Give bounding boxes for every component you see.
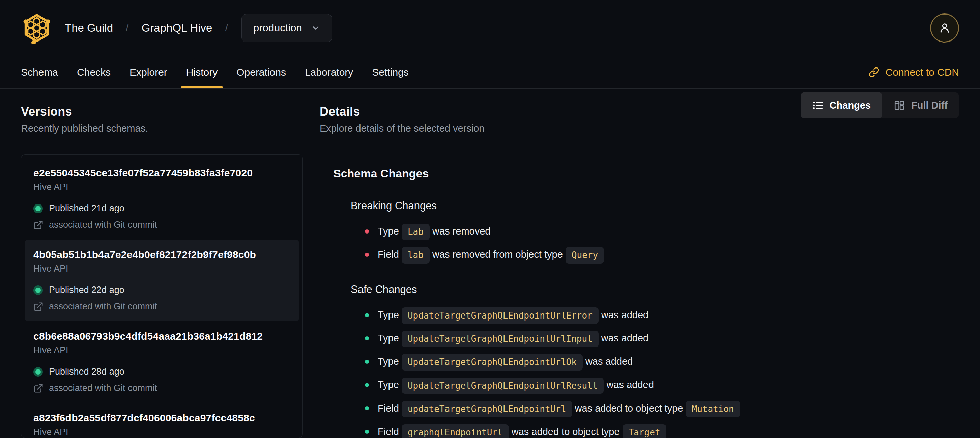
schema-changes-title: Schema Changes [333, 167, 959, 180]
version-service: Hive API [33, 427, 290, 437]
change-text: Type UpdateTargetGraphQLEndpointUrlResul… [378, 376, 654, 394]
code-chip: updateTargetGraphQLEndpointUrl [402, 401, 572, 417]
safe-changes-title: Safe Changes [351, 284, 959, 296]
versions-title: Versions [21, 105, 303, 119]
version-card[interactable]: c8b6e88a06793b9c4dfd54aaa21b36a1b421d812… [25, 321, 299, 403]
link-icon [869, 67, 880, 78]
version-hash: c8b6e88a06793b9c4dfd54aaa21b36a1b421d812 [33, 331, 290, 342]
code-chip: UpdateTargetGraphQLEndpointUrlOk [402, 354, 583, 371]
version-service: Hive API [33, 182, 290, 192]
breadcrumb: The Guild / GraphQL Hive / production [65, 14, 332, 42]
details-title-block: Details Explore details of the selected … [320, 89, 484, 134]
version-hash: 4b05ab51b1b4a7e2e4b0ef82172f2b9f7ef98c0b [33, 249, 290, 261]
change-row: Field lab was removed from object type Q… [365, 245, 959, 264]
change-text: Type Lab was removed [378, 222, 490, 241]
published-label: Published 28d ago [49, 366, 124, 377]
change-text: Type UpdateTargetGraphQLEndpointUrlOk wa… [378, 352, 633, 371]
main-content: Versions Recently published schemas. e2e… [0, 89, 980, 438]
external-link-icon [33, 302, 43, 312]
published-status-dot [33, 204, 43, 213]
change-text: Field graphqlEndpointUrl was added to ob… [378, 422, 667, 438]
tab-checks[interactable]: Checks [67, 56, 120, 88]
full-diff-toggle-label: Full Diff [911, 100, 948, 111]
change-text: Field lab was removed from object type Q… [378, 245, 604, 264]
tab-operations[interactable]: Operations [227, 56, 296, 88]
code-chip: UpdateTargetGraphQLEndpointUrlError [402, 307, 598, 324]
full-diff-toggle-button[interactable]: Full Diff [882, 92, 959, 118]
code-chip: Mutation [686, 401, 740, 417]
bullet-icon [365, 430, 369, 433]
bullet-icon [365, 253, 369, 257]
change-row: Type Lab was removed [365, 222, 959, 241]
version-service: Hive API [33, 264, 290, 274]
graphql-hive-app: The Guild / GraphQL Hive / production Sc [0, 0, 980, 438]
connect-to-cdn-label: Connect to CDN [886, 67, 959, 78]
version-published: Published 22d ago [33, 285, 290, 295]
tab-explorer[interactable]: Explorer [120, 56, 177, 88]
chevron-down-icon [311, 23, 320, 33]
version-card[interactable]: e2e55045345ce13fe07f52a77459b83fa3fe7020… [25, 158, 299, 240]
git-commit-link[interactable]: associated with Git commit [33, 383, 290, 393]
details-header: Details Explore details of the selected … [320, 89, 959, 134]
versions-panel: Versions Recently published schemas. e2e… [21, 89, 303, 438]
avatar[interactable] [930, 13, 959, 43]
breadcrumb-separator: / [126, 22, 129, 34]
bullet-icon [365, 229, 369, 234]
git-commit-label: associated with Git commit [49, 383, 157, 393]
view-toggle: Changes Full Diff [800, 92, 959, 118]
published-status-dot [33, 367, 43, 377]
connect-to-cdn-link[interactable]: Connect to CDN [869, 67, 959, 78]
change-row: Type UpdateTargetGraphQLEndpointUrlError… [365, 306, 959, 324]
change-row: Type UpdateTargetGraphQLEndpointUrlInput… [365, 329, 959, 347]
change-row: Type UpdateTargetGraphQLEndpointUrlResul… [365, 376, 959, 394]
changes-toggle-button[interactable]: Changes [800, 92, 882, 118]
code-chip: Target [622, 424, 667, 438]
nav-row: SchemaChecksExplorerHistoryOperationsLab… [0, 56, 980, 89]
breadcrumb-org[interactable]: The Guild [65, 22, 113, 34]
change-row: Field updateTargetGraphQLEndpointUrl was… [365, 399, 959, 418]
code-chip: Query [566, 247, 604, 264]
git-commit-link[interactable]: associated with Git commit [33, 220, 290, 230]
tab-settings[interactable]: Settings [363, 56, 418, 88]
tab-schema[interactable]: Schema [11, 56, 67, 88]
versions-list[interactable]: e2e55045345ce13fe07f52a77459b83fa3fe7020… [21, 154, 303, 438]
change-text: Type UpdateTargetGraphQLEndpointUrlError… [378, 306, 649, 324]
breadcrumb-project[interactable]: GraphQL Hive [142, 22, 212, 34]
tab-history[interactable]: History [177, 56, 227, 88]
details-subtitle: Explore details of the selected version [320, 123, 484, 134]
schema-changes-section: Schema Changes Breaking Changes Type Lab… [333, 167, 959, 438]
target-selector[interactable]: production [242, 14, 332, 42]
breadcrumb-separator: / [225, 22, 228, 34]
code-chip: graphqlEndpointUrl [402, 424, 509, 438]
breaking-changes-group: Breaking Changes Type Lab was removedFie… [351, 200, 959, 264]
change-text: Type UpdateTargetGraphQLEndpointUrlInput… [378, 329, 649, 347]
details-title: Details [320, 105, 484, 119]
breaking-changes-list: Type Lab was removedField lab was remove… [365, 222, 959, 264]
hive-logo-icon[interactable] [21, 12, 52, 44]
versions-subtitle: Recently published schemas. [21, 123, 303, 134]
changes-toggle-label: Changes [830, 100, 871, 111]
safe-changes-list: Type UpdateTargetGraphQLEndpointUrlError… [365, 306, 959, 438]
external-link-icon [33, 383, 43, 393]
tab-laboratory[interactable]: Laboratory [296, 56, 363, 88]
version-card[interactable]: a823f6db2a55df877dcf406006abca97fcc4858c… [25, 403, 299, 438]
header-top-row: The Guild / GraphQL Hive / production [21, 0, 959, 56]
published-status-dot [33, 285, 43, 295]
code-chip: lab [402, 247, 430, 264]
version-card[interactable]: 4b05ab51b1b4a7e2e4b0ef82172f2b9f7ef98c0b… [25, 240, 299, 321]
target-selector-value: production [253, 22, 302, 34]
git-commit-link[interactable]: associated with Git commit [33, 301, 290, 312]
bullet-icon [365, 313, 369, 317]
bullet-icon [365, 360, 369, 364]
columns-icon [894, 100, 905, 111]
header: The Guild / GraphQL Hive / production Sc [0, 0, 980, 89]
git-commit-label: associated with Git commit [49, 220, 157, 230]
version-published: Published 28d ago [33, 366, 290, 377]
version-service: Hive API [33, 345, 290, 356]
code-chip: UpdateTargetGraphQLEndpointUrlResult [402, 377, 604, 394]
git-commit-label: associated with Git commit [49, 301, 157, 312]
external-link-icon [33, 220, 43, 230]
breaking-changes-title: Breaking Changes [351, 200, 959, 212]
code-chip: Lab [402, 224, 430, 240]
code-chip: UpdateTargetGraphQLEndpointUrlInput [402, 331, 598, 347]
